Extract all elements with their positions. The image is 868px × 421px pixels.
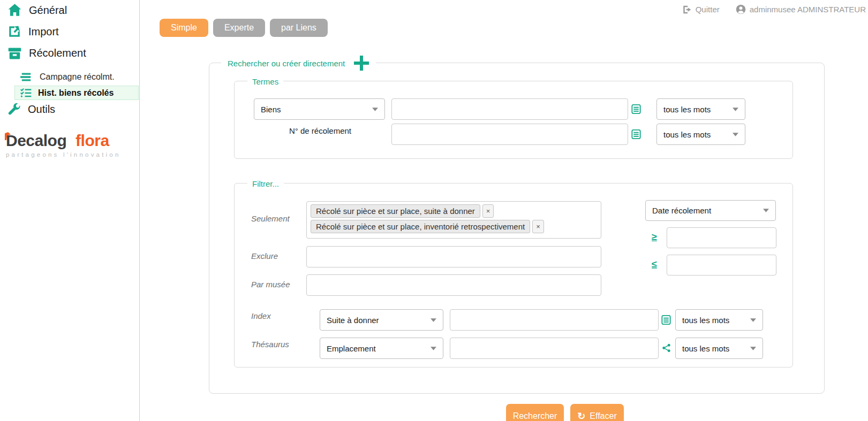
share-network-icon[interactable]	[662, 343, 671, 353]
chevron-down-icon	[431, 347, 436, 350]
seulement-label: Seulement	[251, 214, 290, 223]
lexicon-book-icon[interactable]	[631, 129, 641, 139]
par-musee-input[interactable]	[306, 274, 601, 296]
chevron-down-icon	[431, 318, 436, 322]
thesaurus-label: Thésaurus	[251, 340, 289, 349]
chevron-down-icon	[372, 108, 378, 111]
action-buttons: Rechercher ↻ Effacer	[506, 404, 624, 421]
date-to-input[interactable]	[667, 255, 776, 275]
clear-button-label: Effacer	[590, 411, 616, 421]
quit-label: Quitter	[696, 5, 720, 14]
home-icon	[7, 3, 22, 17]
refresh-icon: ↻	[577, 411, 585, 421]
recolement-number-input[interactable]	[391, 124, 628, 145]
thesaurus-match-value: tous les mots	[682, 344, 729, 353]
tab-experte[interactable]: Experte	[213, 19, 265, 37]
term-match-value-1: tous les mots	[663, 105, 711, 114]
filter-tag-label: Récolé sur pièce et sur place, inventori…	[311, 220, 530, 233]
chevron-down-icon	[763, 209, 769, 212]
panel-legend-label: Rechercher ou créer directement	[228, 59, 345, 68]
date-from-input[interactable]	[667, 227, 776, 248]
sidebar-item-label: Outils	[28, 103, 55, 116]
lexicon-book-icon[interactable]	[661, 315, 671, 325]
sidebar-item-label: Campagne récolmt.	[40, 72, 115, 82]
import-icon	[7, 25, 21, 39]
filtrer-group: Filtrer... Seulement Récolé sur pièce et…	[234, 183, 793, 368]
date-field-select[interactable]: Date récolement	[645, 200, 776, 221]
thesaurus-match-select[interactable]: tous les mots	[675, 338, 763, 359]
clear-button[interactable]: ↻ Effacer	[570, 404, 624, 421]
logout-icon	[682, 5, 692, 14]
menu-lines-icon	[20, 72, 32, 82]
thesaurus-select-value: Emplacement	[327, 344, 376, 353]
app-window: Général Import Récolement Campagne	[0, 0, 868, 421]
logo-flora-text: flora	[76, 132, 109, 149]
search-panel: Rechercher ou créer directement Termes B…	[209, 63, 825, 394]
sidebar-item-general[interactable]: Général	[7, 3, 67, 17]
recolement-number-label: N° de récolement	[267, 126, 374, 135]
topbar: Quitter adminmusee ADMINSTRATEUR	[682, 4, 866, 14]
sidebar: Général Import Récolement Campagne	[0, 0, 140, 421]
termes-legend: Termes	[247, 75, 283, 87]
filter-tag: Récolé sur pièce et sur place, inventori…	[311, 220, 544, 233]
user-icon	[736, 4, 746, 14]
sidebar-item-label: Récolement	[29, 47, 86, 59]
thesaurus-input[interactable]	[450, 338, 659, 359]
panel-legend: Rechercher ou créer directement	[221, 55, 376, 71]
index-label: Index	[251, 311, 271, 320]
sidebar-item-recolement[interactable]: Récolement	[7, 46, 86, 60]
term-type-value: Biens	[261, 105, 281, 114]
greater-equal-operator[interactable]: ≥	[652, 232, 657, 243]
term-match-value-2: tous les mots	[663, 130, 711, 139]
index-select-value: Suite à donner	[327, 316, 379, 325]
plus-icon[interactable]	[353, 55, 369, 71]
tab-simple[interactable]: Simple	[160, 19, 208, 37]
chevron-down-icon	[750, 347, 756, 350]
date-field-value: Date récolement	[652, 206, 711, 215]
filter-tag-label: Récolé sur pièce et sur place, suite à d…	[311, 204, 480, 218]
sidebar-item-import[interactable]: Import	[7, 25, 59, 39]
seulement-tagbox[interactable]: Récolé sur pièce et sur place, suite à d…	[306, 201, 601, 239]
term-match-select-2[interactable]: tous les mots	[656, 124, 745, 145]
term-type-select[interactable]: Biens	[254, 98, 385, 120]
decalog-flora-logo: Decalog flora partageons l'innovation	[6, 132, 121, 158]
exclure-label: Exclure	[251, 251, 278, 261]
chevron-down-icon	[750, 318, 756, 322]
index-match-select[interactable]: tous les mots	[675, 309, 763, 331]
index-input[interactable]	[450, 309, 659, 331]
sidebar-item-label: Général	[29, 4, 67, 17]
logo-tagline: partageons l'innovation	[6, 151, 121, 158]
chevron-down-icon	[733, 133, 738, 136]
wrench-icon	[7, 103, 21, 116]
quit-button[interactable]: Quitter	[682, 5, 720, 14]
filter-tag: Récolé sur pièce et sur place, suite à d…	[311, 204, 494, 218]
sidebar-item-label: Hist. biens récolés	[38, 88, 114, 98]
search-mode-tabs: Simple Experte par Liens	[160, 19, 328, 37]
thesaurus-select[interactable]: Emplacement	[320, 338, 443, 359]
chevron-down-icon	[733, 108, 738, 111]
search-button[interactable]: Rechercher	[506, 404, 564, 421]
term-input-1[interactable]	[391, 98, 628, 120]
archive-box-icon	[7, 46, 22, 60]
sidebar-item-outils[interactable]: Outils	[7, 103, 55, 116]
sidebar-item-label: Import	[28, 26, 59, 38]
sidebar-item-campagne-recolement[interactable]: Campagne récolmt.	[20, 72, 115, 82]
lexicon-book-icon[interactable]	[631, 104, 641, 114]
user-label: adminmusee ADMINSTRATEUR	[750, 5, 866, 14]
tab-par-liens[interactable]: par Liens	[270, 19, 328, 37]
logo-decalog-text: Decalog	[6, 132, 71, 149]
remove-tag-button[interactable]: ×	[482, 204, 494, 218]
exclure-input[interactable]	[306, 246, 601, 267]
index-match-value: tous les mots	[682, 316, 729, 325]
filtrer-legend: Filtrer...	[247, 178, 284, 189]
index-select[interactable]: Suite à donner	[320, 309, 443, 331]
search-button-label: Rechercher	[513, 411, 557, 421]
term-match-select-1[interactable]: tous les mots	[656, 98, 745, 120]
sidebar-item-hist-biens-recoles[interactable]: Hist. biens récolés	[14, 86, 139, 100]
par-musee-label: Par musée	[251, 280, 290, 289]
logo-wordmark: Decalog flora	[6, 132, 121, 150]
remove-tag-button[interactable]: ×	[532, 220, 544, 233]
user-menu[interactable]: adminmusee ADMINSTRATEUR	[736, 4, 866, 14]
termes-group: Termes Biens tous les mots N° de récolem…	[234, 81, 793, 159]
less-equal-operator[interactable]: ≤	[652, 259, 657, 270]
